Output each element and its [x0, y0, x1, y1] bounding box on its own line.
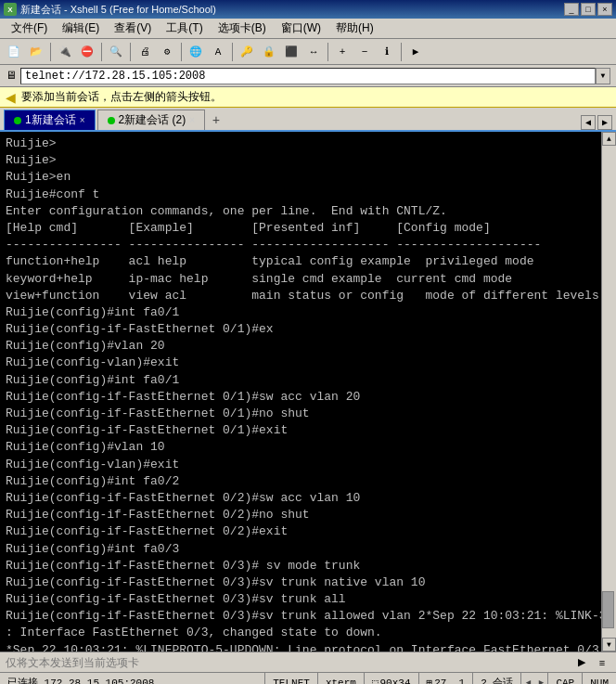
- status-dimensions-text: 90x34: [380, 678, 411, 685]
- menu-tabs[interactable]: 选项卡(B): [211, 19, 274, 38]
- status-cap: CAP: [548, 673, 583, 684]
- toolbar-sep1: [50, 43, 51, 61]
- tab2-close[interactable]: ×: [189, 115, 195, 125]
- toolbar-info[interactable]: ℹ: [377, 42, 397, 62]
- status-cap-text: CAP: [556, 678, 574, 685]
- menu-window[interactable]: 窗口(W): [274, 19, 328, 38]
- toolbar: 📄 📂 🔌 ⛔ 🔍 🖨 ⚙ 🌐 A 🔑 🔒 ⬛ ↔ + − ℹ ▶: [0, 39, 616, 65]
- status-nav-right-btn[interactable]: ▶: [534, 674, 547, 685]
- send-input[interactable]: [6, 654, 573, 671]
- toolbar-zoomout[interactable]: −: [354, 42, 375, 62]
- address-bar: 🖥 ▼: [0, 65, 616, 87]
- address-dropdown[interactable]: ▼: [596, 68, 610, 84]
- status-cursor-icon: ⊞: [427, 677, 433, 684]
- terminal[interactable]: Ruijie>Ruijie>Ruijie>enRuijie#conf tEnte…: [0, 132, 601, 652]
- status-num-text: NUM: [590, 678, 609, 685]
- menu-view[interactable]: 查看(V): [107, 19, 159, 38]
- scroll-thumb[interactable]: [602, 591, 614, 628]
- scroll-down-button[interactable]: ▼: [602, 638, 616, 652]
- title-text: 新建会话 - Xshell 5 (Free for Home/School): [20, 3, 216, 17]
- title-bar-text: X 新建会话 - Xshell 5 (Free for Home/School): [4, 3, 216, 17]
- info-bar: ◀ 要添加当前会话，点击左侧的箭头按钮。: [0, 87, 616, 108]
- toolbar-open[interactable]: 📂: [26, 42, 46, 62]
- toolbar-sep5: [232, 43, 233, 61]
- status-sessions-text: 2 会话: [481, 676, 513, 684]
- title-bar: X 新建会话 - Xshell 5 (Free for Home/School)…: [0, 0, 616, 19]
- status-encoding: xterm: [318, 673, 365, 684]
- toolbar-extra[interactable]: ▶: [405, 42, 426, 62]
- minimize-button[interactable]: _: [564, 3, 579, 16]
- status-sessions: 2 会话: [473, 673, 521, 684]
- tab-1[interactable]: 1新建会话 ×: [4, 110, 96, 130]
- status-num: NUM: [583, 673, 616, 684]
- send-icon1[interactable]: ▶: [573, 654, 590, 671]
- status-connection-text: 已连接 172.28.15.105:2008。: [7, 676, 164, 684]
- status-cursor: ⊞ 27, 1: [419, 673, 474, 684]
- tab-nav-left[interactable]: ◀: [581, 115, 596, 130]
- tab1-dot: [14, 117, 21, 124]
- tab2-label: 2新建会话 (2): [119, 112, 186, 128]
- toolbar-sep3: [130, 43, 131, 61]
- send-right: ▶ ≡: [573, 654, 610, 671]
- scrollbar: ▲ ▼: [601, 132, 616, 652]
- toolbar-screen[interactable]: ⬛: [281, 42, 302, 62]
- menu-tools[interactable]: 工具(T): [159, 19, 210, 38]
- toolbar-settings[interactable]: ⚙: [157, 42, 177, 62]
- send-bar: ▶ ≡: [0, 652, 616, 672]
- terminal-wrapper: Ruijie>Ruijie>Ruijie>enRuijie#conf tEnte…: [0, 132, 616, 652]
- status-dimensions-icon: ⬚: [372, 677, 379, 684]
- status-protocol-text: TELNET: [273, 678, 310, 685]
- info-text: 要添加当前会话，点击左侧的箭头按钮。: [21, 89, 222, 105]
- toolbar-new[interactable]: 📄: [4, 42, 24, 62]
- info-arrow-icon: ◀: [6, 90, 16, 105]
- close-button[interactable]: ×: [597, 3, 612, 16]
- title-bar-buttons: _ □ ×: [564, 3, 612, 16]
- tab-nav-area: ◀ ▶: [581, 115, 612, 130]
- menu-file[interactable]: 文件(F): [4, 19, 55, 38]
- toolbar-transfer[interactable]: ↔: [303, 42, 324, 62]
- toolbar-zoomin[interactable]: +: [332, 42, 353, 62]
- tabs-area: 1新建会话 × 2新建会话 (2) × + ◀ ▶: [0, 108, 616, 132]
- status-protocol: TELNET: [265, 673, 318, 684]
- toolbar-font[interactable]: A: [208, 42, 228, 62]
- toolbar-connect[interactable]: 🔌: [55, 42, 75, 62]
- toolbar-globe[interactable]: 🌐: [186, 42, 206, 62]
- status-nav-left-btn[interactable]: ◀: [521, 674, 534, 685]
- toolbar-sep4: [181, 43, 182, 61]
- toolbar-find[interactable]: 🔍: [106, 42, 126, 62]
- toolbar-sep7: [401, 43, 402, 61]
- status-nav-left: ◀ ▶: [521, 673, 548, 684]
- status-cursor-text: 27, 1: [434, 678, 465, 685]
- toolbar-lock[interactable]: 🔒: [259, 42, 279, 62]
- menu-edit[interactable]: 编辑(E): [55, 19, 107, 38]
- toolbar-disconnect[interactable]: ⛔: [77, 42, 97, 62]
- menu-bar: 文件(F) 编辑(E) 查看(V) 工具(T) 选项卡(B) 窗口(W) 帮助(…: [0, 19, 616, 39]
- tab1-label: 1新建会话: [25, 112, 76, 128]
- toolbar-sep6: [327, 43, 328, 61]
- status-encoding-text: xterm: [326, 678, 356, 685]
- tab-add-button[interactable]: +: [207, 111, 225, 130]
- tab-nav-right-btn[interactable]: ▶: [597, 115, 612, 130]
- tab-2[interactable]: 2新建会话 (2) ×: [97, 110, 206, 130]
- address-icon: 🖥: [6, 69, 17, 83]
- tab2-dot: [108, 117, 115, 124]
- status-connection: 已连接 172.28.15.105:2008。: [0, 673, 265, 684]
- send-icon2[interactable]: ≡: [594, 654, 610, 671]
- menu-help[interactable]: 帮助(H): [328, 19, 381, 38]
- scroll-up-button[interactable]: ▲: [602, 132, 616, 146]
- address-input[interactable]: [20, 68, 596, 84]
- app-icon: X: [4, 3, 17, 16]
- toolbar-sep2: [101, 43, 102, 61]
- status-bar: 已连接 172.28.15.105:2008。 TELNET xterm ⬚ 9…: [0, 672, 616, 684]
- maximize-button[interactable]: □: [581, 3, 596, 16]
- scroll-track[interactable]: [602, 146, 616, 638]
- toolbar-print[interactable]: 🖨: [135, 42, 155, 62]
- tab1-close[interactable]: ×: [80, 115, 85, 125]
- toolbar-key[interactable]: 🔑: [237, 42, 257, 62]
- status-dimensions: ⬚ 90x34: [365, 673, 419, 684]
